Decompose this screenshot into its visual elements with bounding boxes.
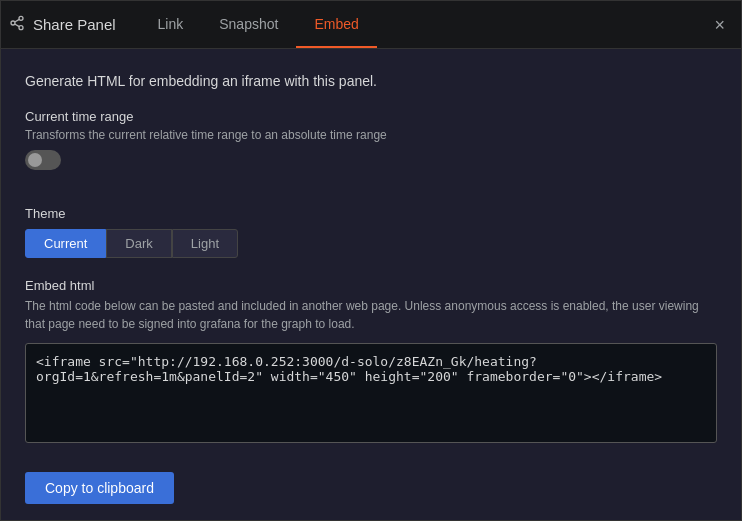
embed-html-section: Embed html The html code below can be pa… xyxy=(25,278,717,459)
svg-line-4 xyxy=(15,19,20,22)
svg-point-0 xyxy=(19,16,23,20)
svg-point-1 xyxy=(11,21,15,25)
current-time-range-label: Current time range xyxy=(25,109,717,124)
theme-button-group: Current Dark Light xyxy=(25,229,717,258)
panel-title: Share Panel xyxy=(33,16,116,33)
current-time-range-toggle[interactable] xyxy=(25,150,61,170)
theme-current-button[interactable]: Current xyxy=(25,229,106,258)
modal-header: Share Panel Link Snapshot Embed × xyxy=(1,1,741,49)
current-time-range-sublabel: Transforms the current relative time ran… xyxy=(25,128,717,142)
theme-light-button[interactable]: Light xyxy=(172,229,238,258)
tab-embed[interactable]: Embed xyxy=(296,1,376,48)
share-panel-modal: Share Panel Link Snapshot Embed × Genera… xyxy=(0,0,742,521)
theme-label: Theme xyxy=(25,206,717,221)
svg-line-3 xyxy=(15,24,20,27)
modal-body: Generate HTML for embedding an iframe wi… xyxy=(1,49,741,472)
close-button[interactable]: × xyxy=(706,12,733,38)
modal-footer: Copy to clipboard xyxy=(1,472,741,520)
theme-dark-button[interactable]: Dark xyxy=(106,229,171,258)
svg-point-2 xyxy=(19,25,23,29)
copy-to-clipboard-button[interactable]: Copy to clipboard xyxy=(25,472,174,504)
tab-link[interactable]: Link xyxy=(140,1,202,48)
embed-html-textarea[interactable] xyxy=(25,343,717,443)
tab-navigation: Link Snapshot Embed xyxy=(140,1,377,48)
theme-section: Theme Current Dark Light xyxy=(25,206,717,278)
tab-snapshot[interactable]: Snapshot xyxy=(201,1,296,48)
section-description: Generate HTML for embedding an iframe wi… xyxy=(25,73,717,89)
embed-html-description: The html code below can be pasted and in… xyxy=(25,297,717,333)
current-time-range-section: Current time range Transforms the curren… xyxy=(25,109,717,190)
share-icon xyxy=(9,15,25,35)
embed-html-label: Embed html xyxy=(25,278,717,293)
